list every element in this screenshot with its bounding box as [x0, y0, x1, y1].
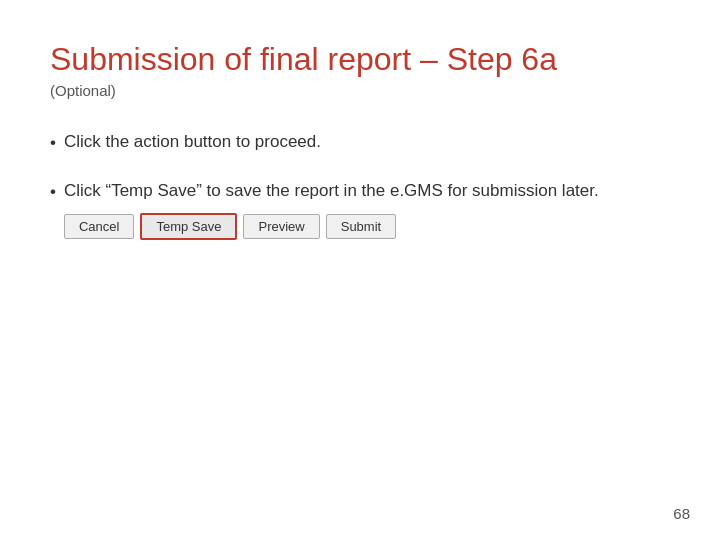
bullet-text-1: Click the action button to proceed. [64, 129, 670, 155]
bullet-text-2: Click “Temp Save” to save the report in … [64, 178, 670, 241]
bullet-item-2: • Click “Temp Save” to save the report i… [50, 178, 670, 241]
temp-save-button[interactable]: Temp Save [140, 213, 237, 240]
bullet-dot-2: • [50, 179, 56, 205]
subtitle: (Optional) [50, 82, 670, 99]
page-title: Submission of final report – Step 6a [50, 40, 670, 78]
submit-button[interactable]: Submit [326, 214, 396, 239]
bullet-item-1: • Click the action button to proceed. [50, 129, 670, 156]
page-number: 68 [673, 505, 690, 522]
bullet-dot-1: • [50, 130, 56, 156]
bullet-text-2-content: Click “Temp Save” to save the report in … [64, 181, 599, 200]
action-buttons-row: Cancel Temp Save Preview Submit [64, 213, 670, 240]
cancel-button[interactable]: Cancel [64, 214, 134, 239]
slide-container: Submission of final report – Step 6a (Op… [0, 0, 720, 540]
preview-button[interactable]: Preview [243, 214, 319, 239]
